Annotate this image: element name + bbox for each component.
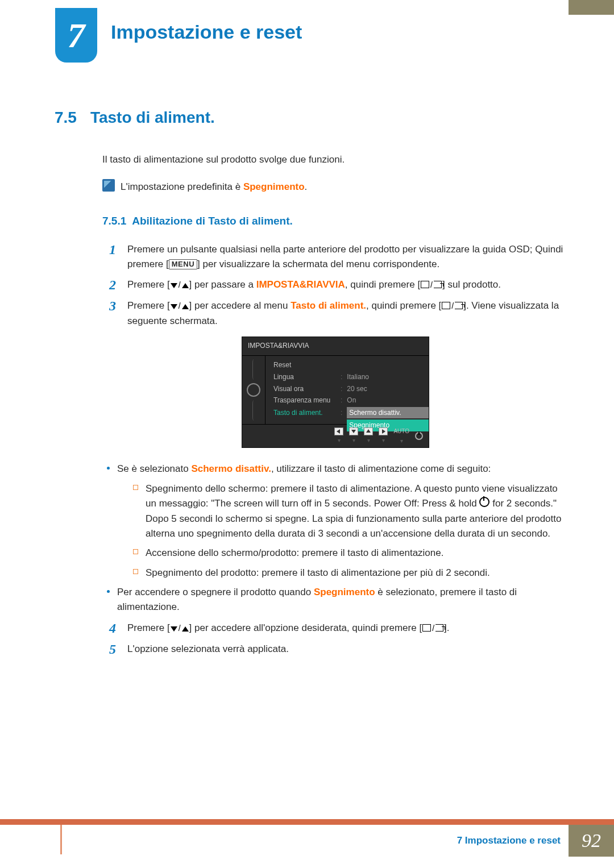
step-2-strong: IMPOSTA&RIAVVIA: [256, 279, 345, 290]
step-1: 1 Premere un pulsante qualsiasi nella pa…: [102, 242, 569, 272]
footer: 7 Impostazione e reset 92: [0, 819, 614, 857]
osd-option: Schermo disattiv.: [347, 407, 429, 419]
menu-keycap: MENU: [169, 259, 197, 269]
step-2-b: ] per passare a: [189, 279, 256, 290]
note-post: .: [305, 181, 308, 192]
bullet-1-strong: Schermo disattiv.: [191, 463, 271, 474]
step-3-c: , quindi premere [: [366, 300, 441, 311]
step-2-c: , quindi premere [: [345, 279, 420, 290]
chapter-badge: 7: [55, 8, 97, 63]
bullet-1: Se è selezionato Schermo disattiv., util…: [102, 462, 569, 580]
step-2-a: Premere [: [127, 279, 170, 290]
bullet-2-strong: Spegnimento: [314, 587, 375, 597]
power-icon: [415, 432, 423, 440]
subsection-title: Abilitazione di Tasto di aliment.: [132, 215, 293, 227]
step-3: 3 Premere [/] per accedere al menu Tasto…: [102, 298, 569, 329]
step-number: 4: [102, 621, 116, 636]
osd-label: Tasto di aliment.: [273, 408, 336, 418]
auto-label: AUTO: [393, 427, 409, 436]
step-4: 4 Premere [/] per accedere all'opzione d…: [102, 621, 569, 636]
footer-title: 7 Impostazione e reset: [457, 833, 561, 848]
osd-title: IMPOSTA&RIAVVIA: [242, 337, 429, 356]
sub-bullet-1: Spegnimento dello schermo: premere il ta…: [133, 481, 569, 541]
osd-row: Lingua:Italiano: [273, 371, 429, 383]
step-3-b: ] per accedere al menu: [189, 300, 291, 311]
osd-label: Lingua: [273, 372, 336, 383]
osd-row: Reset: [273, 359, 429, 371]
down-icon: [349, 427, 358, 435]
osd-screenshot: IMPOSTA&RIAVVIA Reset Lingua:Italiano Vi…: [242, 337, 429, 448]
down-up-icon: /: [170, 622, 189, 635]
up-icon: [364, 427, 373, 435]
down-up-icon: /: [170, 279, 189, 292]
step-number: 1: [102, 242, 116, 272]
note-icon: [102, 179, 115, 192]
sub-bullet-2: Accensione dello schermo/prodotto: preme…: [133, 546, 569, 560]
osd-label: Visual ora: [273, 384, 336, 394]
note-strong: Spegnimento: [243, 181, 305, 192]
osd-value: On: [347, 395, 356, 406]
osd-label: Reset: [273, 360, 336, 371]
step-number: 3: [102, 298, 116, 329]
subsection-number: 7.5.1: [102, 215, 126, 227]
intro-text: Il tasto di alimentazione sul prodotto s…: [102, 152, 569, 167]
bullet-1-a: Se è selezionato: [117, 463, 191, 474]
page-number: 92: [569, 825, 614, 857]
step-4-a: Premere [: [127, 622, 170, 633]
select-icon: /: [441, 300, 463, 313]
osd-value: Italiano: [347, 372, 369, 383]
step-number: 2: [102, 277, 116, 293]
select-icon: /: [420, 279, 442, 292]
osd-footer: ▾ ▾ ▾ ▾ AUTO▾: [242, 424, 429, 447]
osd-label: Trasparenza menu: [273, 395, 336, 406]
subsection-heading: 7.5.1Abilitazione di Tasto di aliment.: [102, 213, 569, 229]
section-title: Tasto di aliment.: [90, 105, 215, 130]
step-3-strong: Tasto di aliment.: [291, 300, 366, 311]
step-1-b: ] per visualizzare la schermata del menu…: [197, 259, 439, 269]
power-ring-icon: [247, 383, 260, 397]
step-3-a: Premere [: [127, 300, 170, 311]
down-up-icon: /: [170, 300, 189, 313]
osd-row: Trasparenza menu:On: [273, 394, 429, 406]
note-text: L'impostazione predefinita è Spegnimento…: [121, 180, 307, 194]
step-5: 5 L'opzione selezionata verrà applicata.: [102, 642, 569, 657]
power-icon: [479, 497, 489, 507]
step-4-b: ] per accedere all'opzione desiderata, q…: [189, 622, 422, 633]
right-icon: [379, 427, 388, 435]
top-right-bar: [569, 0, 614, 15]
step-2: 2 Premere [/] per passare a IMPOSTA&RIAV…: [102, 277, 569, 293]
osd-value: 20 sec: [347, 384, 367, 394]
bullet-2: Per accendere o spegnere il prodotto qua…: [102, 585, 569, 615]
bullet-2-a: Per accendere o spegnere il prodotto qua…: [117, 587, 314, 597]
osd-row: Visual ora:20 sec: [273, 383, 429, 395]
section-number: 7.5: [55, 105, 77, 130]
note-pre: L'impostazione predefinita è: [121, 181, 243, 192]
osd-row-active: Tasto di aliment.:Schermo disattiv.: [273, 406, 429, 420]
sub-bullet-3: Spegnimento del prodotto: premere il tas…: [133, 566, 569, 580]
left-icon: [334, 427, 343, 435]
step-2-d: ] sul prodotto.: [442, 279, 501, 290]
bullet-1-b: , utilizzare il tasto di alimentazione c…: [271, 463, 491, 474]
select-icon: /: [422, 622, 444, 635]
step-number: 5: [102, 642, 116, 657]
chapter-title: Impostazione e reset: [111, 17, 302, 47]
